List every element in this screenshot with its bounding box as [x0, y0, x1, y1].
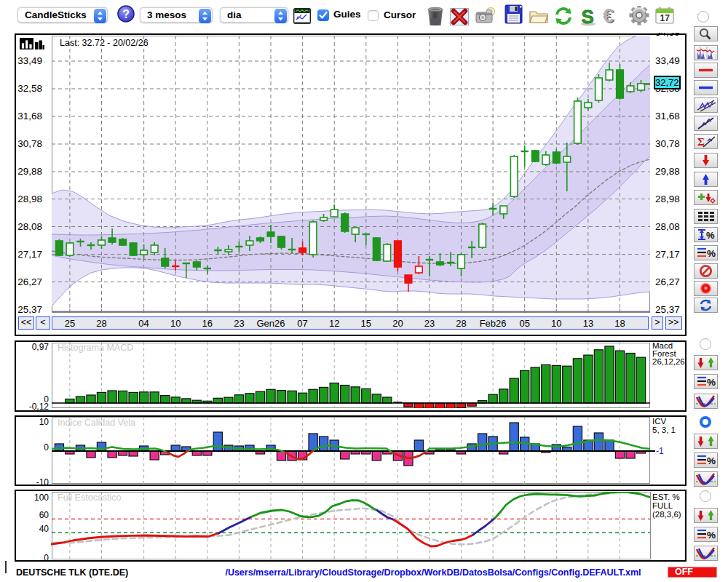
svg-text:%: %	[706, 230, 715, 241]
svg-text:?: ?	[122, 8, 130, 20]
svg-text:€: €	[603, 7, 614, 25]
svg-text:17: 17	[660, 13, 670, 23]
svg-text:%: %	[707, 530, 716, 541]
svg-text:%: %	[707, 455, 716, 466]
svg-text:S: S	[582, 7, 594, 26]
svg-text:%: %	[707, 377, 716, 388]
svg-text:%: %	[707, 248, 716, 259]
